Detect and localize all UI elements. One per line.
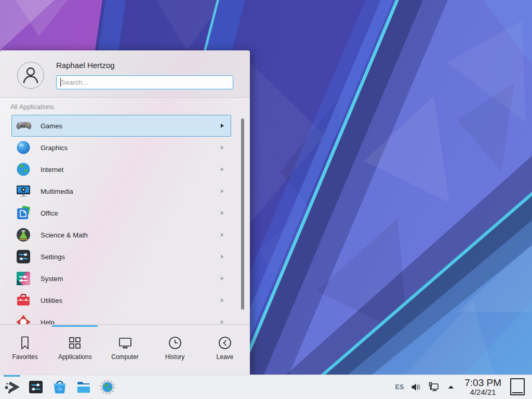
taskbar: ES [0,375,532,399]
browser-globe-gear-icon [99,379,116,395]
submenu-arrow-icon [221,298,224,302]
kde-launcher-icon [4,379,20,395]
taskbar-file-manager-button[interactable] [75,378,92,396]
person-icon [19,63,43,87]
grid-icon [67,335,83,351]
science-flask-icon [15,227,32,243]
search-field[interactable] [56,75,233,89]
submenu-arrow-icon [221,211,224,215]
tab-history[interactable]: History [150,325,200,375]
text-cursor [60,78,61,87]
application-launcher-menu: Raphael Hertzog All Applications [0,50,250,375]
search-input[interactable] [56,75,233,89]
clock-icon [167,335,183,351]
scrollbar-thumb[interactable] [241,118,244,310]
category-multimedia[interactable]: Multimedia [11,180,231,202]
utilities-toolbox-icon [15,292,32,309]
multimedia-monitor-icon [15,183,32,200]
submenu-arrow-icon [221,233,224,237]
submenu-arrow-icon [221,255,224,259]
category-graphics[interactable]: Graphics [11,137,231,158]
category-label: Office [41,209,58,217]
category-internet[interactable]: Internet [11,158,231,180]
system-tray: ES [395,378,527,396]
leave-circle-icon [217,335,233,351]
volume-icon[interactable] [410,381,421,393]
monitor-icon [117,335,133,351]
category-label: Science & Math [41,231,88,239]
category-label: Graphics [41,144,68,152]
category-label: Multimedia [41,188,73,195]
keyboard-layout-indicator[interactable]: ES [395,383,404,391]
tab-leave[interactable]: Leave [200,325,250,375]
category-settings[interactable]: Settings [11,246,231,268]
system-sliders-icon [15,270,32,287]
tab-favorites[interactable]: Favorites [0,325,50,375]
network-icon[interactable] [428,381,440,393]
digital-clock[interactable]: 7:03 PM 4/24/21 [464,378,501,396]
category-label: Internet [41,166,63,174]
taskbar-system-settings-button[interactable] [27,378,45,396]
submenu-arrow-icon [221,320,224,324]
launcher-header: Raphael Hertzog [0,50,250,98]
settings-sliders-icon [15,248,32,265]
launcher-tab-bar: Favorites Applications [0,324,250,375]
gamepad-icon [15,117,32,134]
globe-icon [15,161,32,178]
taskbar-application-launcher-button[interactable] [3,378,21,396]
submenu-arrow-icon [221,167,224,171]
help-lifebuoy-icon [15,314,32,325]
tab-computer[interactable]: Computer [100,325,150,375]
discover-bag-icon [51,379,68,395]
office-document-icon [15,205,32,221]
section-label: All Applications [10,103,54,111]
submenu-arrow-icon [221,145,224,150]
tab-applications[interactable]: Applications [50,325,100,375]
show-desktop-button[interactable] [510,378,525,395]
folder-icon [75,379,92,395]
submenu-arrow-icon [221,124,224,128]
expand-tray-icon[interactable] [446,382,456,392]
category-games[interactable]: Games [11,115,231,137]
category-label: System [41,275,63,283]
category-label: Utilities [41,297,62,304]
category-utilities[interactable]: Utilities [11,289,231,311]
clock-time: 7:03 PM [464,378,501,388]
desktop: Raphael Hertzog All Applications [0,0,532,399]
clock-date: 4/24/21 [464,388,501,396]
category-help[interactable]: Help [11,311,231,325]
system-settings-icon [28,379,44,395]
submenu-arrow-icon [221,276,224,281]
user-avatar[interactable] [17,62,44,89]
submenu-arrow-icon [221,189,224,193]
category-science-math[interactable]: Science & Math [11,224,231,246]
category-system[interactable]: System [11,268,231,289]
category-office[interactable]: Office [11,202,231,224]
taskbar-web-browser-button[interactable] [99,378,116,396]
bookmark-icon [17,335,33,351]
category-label: Settings [41,253,65,261]
user-name: Raphael Hertzog [56,61,115,70]
category-label: Games [41,122,62,130]
category-list: Games Graphics [11,115,231,325]
taskbar-discover-button[interactable] [51,378,69,396]
graphics-sphere-icon [15,139,32,156]
